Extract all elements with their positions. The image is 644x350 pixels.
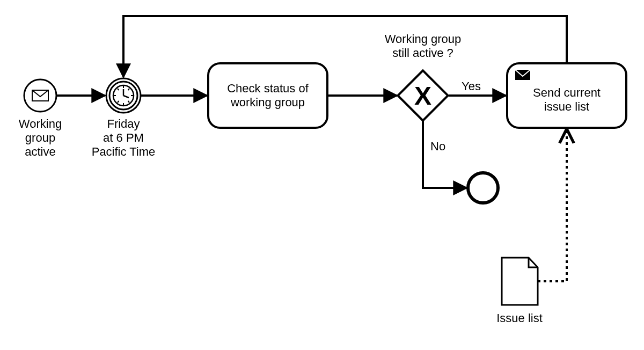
gateway-question-2: still active ?: [392, 46, 453, 60]
start-event-label-1: Working: [19, 117, 62, 130]
x-icon: X: [414, 82, 431, 110]
data-object-issue-list: [502, 258, 538, 305]
gateway-exclusive: X: [398, 70, 448, 120]
gateway-question-1: Working group: [385, 32, 462, 46]
timer-event: [106, 78, 141, 113]
data-object-label: Issue list: [496, 311, 543, 325]
envelope-icon: [32, 90, 48, 101]
start-event: [24, 79, 56, 112]
flow-yes-label: Yes: [462, 79, 481, 93]
svg-point-19: [468, 173, 498, 203]
task-send-label-1: Send current: [533, 86, 601, 99]
timer-event-label-1: Friday: [107, 117, 140, 130]
task-check-label-1: Check status of: [227, 82, 309, 95]
task-send-label-2: issue list: [544, 100, 589, 113]
flow-no: [423, 121, 467, 188]
flow-no-label: No: [430, 140, 445, 153]
data-association: [538, 129, 567, 281]
envelope-icon: [515, 70, 530, 80]
flow-loop-back: [123, 16, 567, 77]
timer-event-label-3: Pacific Time: [92, 145, 156, 158]
end-event: [468, 173, 498, 203]
timer-event-label-2: at 6 PM: [103, 131, 144, 144]
start-event-label-3: active: [25, 145, 55, 158]
clock-icon: [113, 85, 134, 106]
task-check-label-2: working group: [230, 96, 305, 109]
start-event-label-2: group: [25, 131, 55, 144]
bpmn-diagram: Working group active Friday at 6 PM: [0, 0, 644, 350]
